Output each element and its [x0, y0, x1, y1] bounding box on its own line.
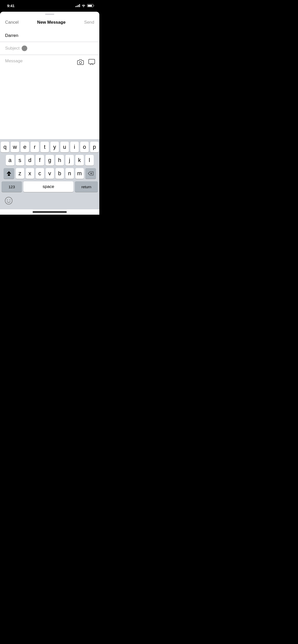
key-y[interactable]: y: [50, 142, 59, 152]
key-d[interactable]: d: [26, 155, 34, 166]
svg-point-4: [5, 197, 12, 204]
delete-key[interactable]: [85, 168, 96, 179]
key-c[interactable]: c: [36, 168, 44, 179]
compose-sheet: Cancel New Message Send Darren Subject M…: [0, 12, 99, 215]
battery-icon: [87, 4, 94, 7]
keyboard-bottom-row: 123 space return: [1, 181, 99, 192]
home-bar-area: [0, 209, 99, 215]
svg-rect-1: [89, 59, 95, 64]
key-n[interactable]: n: [65, 168, 74, 179]
send-button[interactable]: Send: [84, 19, 94, 26]
key-x[interactable]: x: [26, 168, 34, 179]
home-indicator: [33, 211, 67, 213]
keyboard: q w e r t y u i o p a s d f g h j k l: [0, 139, 99, 195]
subject-placeholder: Subject: [5, 46, 20, 51]
key-j[interactable]: j: [65, 155, 74, 166]
key-g[interactable]: g: [46, 155, 54, 166]
key-o[interactable]: o: [80, 142, 89, 152]
status-bar: 9:41: [0, 0, 99, 11]
key-m[interactable]: m: [75, 168, 84, 179]
cancel-button[interactable]: Cancel: [5, 19, 19, 26]
svg-point-5: [7, 200, 8, 200]
svg-point-6: [10, 200, 10, 200]
key-z[interactable]: z: [16, 168, 24, 179]
key-i[interactable]: i: [70, 142, 79, 152]
message-placeholder: Message: [5, 58, 94, 136]
message-toolbar: [77, 58, 95, 66]
key-f[interactable]: f: [36, 155, 44, 166]
key-e[interactable]: e: [21, 142, 29, 152]
fields-area: Darren Subject Message: [0, 30, 99, 139]
subject-dot-indicator: [22, 46, 27, 51]
message-field-area[interactable]: Message: [0, 55, 99, 139]
nav-bar: Cancel New Message Send: [0, 15, 99, 30]
key-r[interactable]: r: [31, 142, 39, 152]
key-s[interactable]: s: [16, 155, 24, 166]
template-button[interactable]: [88, 58, 95, 66]
bottom-bar: [0, 195, 99, 209]
status-icons: [75, 4, 94, 7]
key-q[interactable]: q: [1, 142, 9, 152]
status-time: 9:41: [7, 4, 15, 8]
compose-title: New Message: [37, 20, 66, 25]
key-b[interactable]: b: [56, 168, 64, 179]
numeric-key[interactable]: 123: [2, 181, 22, 192]
svg-point-0: [79, 62, 82, 64]
signal-bars-icon: [75, 4, 80, 7]
key-h[interactable]: h: [56, 155, 64, 166]
shift-key[interactable]: [4, 168, 14, 179]
subject-field-row[interactable]: Subject: [0, 42, 99, 55]
key-t[interactable]: t: [40, 142, 49, 152]
key-k[interactable]: k: [75, 155, 84, 166]
camera-button[interactable]: [77, 58, 84, 66]
keyboard-row-2: a s d f g h j k l: [1, 155, 99, 166]
key-w[interactable]: w: [11, 142, 19, 152]
key-v[interactable]: v: [46, 168, 54, 179]
to-field-value: Darren: [5, 33, 18, 38]
keyboard-row-3: z x c v b n m: [1, 168, 99, 179]
wifi-icon: [82, 4, 86, 7]
key-p[interactable]: p: [90, 142, 99, 152]
emoji-button[interactable]: [4, 196, 13, 205]
keyboard-row-1: q w e r t y u i o p: [1, 142, 99, 152]
return-key[interactable]: return: [75, 181, 98, 192]
key-u[interactable]: u: [60, 142, 69, 152]
space-key[interactable]: space: [23, 181, 73, 192]
key-l[interactable]: l: [85, 155, 94, 166]
key-a[interactable]: a: [6, 155, 14, 166]
to-field-row[interactable]: Darren: [0, 30, 99, 42]
